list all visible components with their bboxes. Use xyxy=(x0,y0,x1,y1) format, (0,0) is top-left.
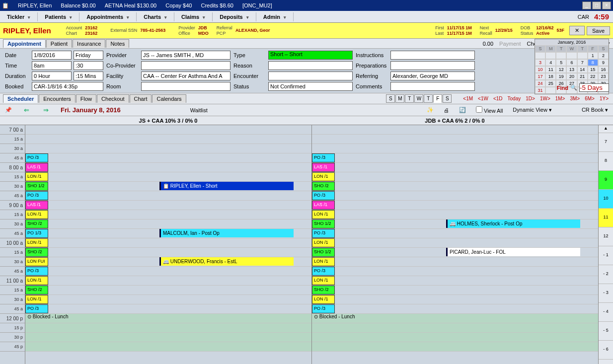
cal-day[interactable]: 23 xyxy=(598,73,609,80)
tab-patient[interactable]: Patient xyxy=(46,39,72,48)
viewall-checkbox[interactable]: View All xyxy=(476,106,503,114)
provider-column-1[interactable]: PO /3LAS /1LON /1SHO 1/2📋 RIPLEY, Ellen … xyxy=(25,125,311,364)
waitlist-link[interactable]: Waitlist xyxy=(190,107,208,113)
dow-1[interactable]: M xyxy=(395,94,404,103)
scale-hour[interactable]: - 7 xyxy=(599,360,613,364)
cal-day[interactable]: 7 xyxy=(577,59,588,66)
cal-day[interactable] xyxy=(577,52,588,59)
dow-4[interactable]: T xyxy=(424,94,433,103)
nav-<1W[interactable]: <1W xyxy=(476,96,490,101)
slot-type[interactable]: PO /3 xyxy=(312,153,335,162)
cal-day[interactable]: 6 xyxy=(566,59,577,66)
schedtab-encounters[interactable]: Encounters xyxy=(39,94,76,103)
scale-hour[interactable]: - 3 xyxy=(599,284,613,303)
crbook-dropdown[interactable]: CR Book ▾ xyxy=(582,107,608,113)
cal-day[interactable]: 20 xyxy=(566,73,577,80)
slot-type[interactable]: SHO /2 xyxy=(312,182,335,191)
scale-hour[interactable]: 11 xyxy=(599,209,613,227)
scale-hour[interactable]: - 4 xyxy=(599,303,613,322)
slot-type[interactable]: SHO /2 xyxy=(312,286,335,294)
encounter-input[interactable] xyxy=(268,72,353,80)
room-input[interactable] xyxy=(141,82,230,91)
cal-day[interactable]: 22 xyxy=(588,73,598,80)
scale-hour[interactable]: 12 xyxy=(599,227,613,246)
cal-day[interactable] xyxy=(566,52,577,59)
nav-<1M[interactable]: <1M xyxy=(461,96,474,101)
search-icon[interactable]: 🔍 xyxy=(570,84,577,91)
refresh-icon[interactable]: 🔄 xyxy=(459,107,466,113)
cal-day[interactable] xyxy=(545,52,556,59)
save-button[interactable]: Save xyxy=(587,26,610,35)
cal-day[interactable]: 17 xyxy=(535,73,545,80)
appt-status-input[interactable] xyxy=(268,82,353,91)
schedtab-calendars[interactable]: Calendars xyxy=(152,94,186,103)
slot-type[interactable]: SHO /2 xyxy=(25,248,48,257)
maximize-button[interactable]: □ xyxy=(592,1,601,9)
slot-type[interactable]: LAS /1 xyxy=(312,163,335,172)
right-hour-scale[interactable]: ▲789101112- 1- 2- 3- 4- 5- 6- 7▼5 xyxy=(598,125,613,364)
payment-link[interactable]: Payment xyxy=(499,41,521,47)
preparations-input[interactable] xyxy=(390,61,475,70)
slot-type[interactable]: PO /3 xyxy=(25,191,48,200)
time-input[interactable] xyxy=(32,61,72,70)
coprovider-input[interactable] xyxy=(141,61,230,70)
cal-day[interactable]: 4 xyxy=(545,59,556,66)
schedule-grid[interactable]: 7 00 a15 a30 a45 a8 00 a15 a30 a45 a9 00… xyxy=(0,125,613,364)
slot-type[interactable]: SHO /2 xyxy=(25,219,48,228)
slot-type[interactable]: LAS /1 xyxy=(312,201,335,210)
nav-1D>[interactable]: 1D> xyxy=(524,96,536,101)
instructions-input[interactable] xyxy=(390,51,475,60)
nav-1Y>[interactable]: 1Y> xyxy=(598,96,610,101)
menu-charts[interactable]: Charts ▾ xyxy=(137,12,174,21)
nav-1W>[interactable]: 1W> xyxy=(538,96,552,101)
slot-type[interactable]: PO /3 xyxy=(25,153,48,162)
cal-day[interactable]: 25 xyxy=(545,80,556,87)
cal-day[interactable]: 12 xyxy=(556,66,566,73)
menu-claims[interactable]: Claims ▾ xyxy=(174,12,213,21)
slot-type[interactable]: SHO 1/2 xyxy=(312,248,335,257)
dow-0[interactable]: S xyxy=(386,94,395,103)
slot-type[interactable]: LON /1 xyxy=(312,257,335,266)
slot-type[interactable]: PO /3 xyxy=(312,304,335,313)
cal-day[interactable]: 9 xyxy=(598,59,609,66)
scale-hour[interactable]: 9 xyxy=(599,171,613,190)
appointment-block[interactable]: MALCOLM, Ian - Post Op xyxy=(159,229,294,237)
menu-patients[interactable]: Patients ▾ xyxy=(38,12,79,21)
cal-day[interactable]: 1 xyxy=(588,52,598,59)
cal-day[interactable]: 16 xyxy=(598,66,609,73)
cal-day[interactable]: 8 xyxy=(588,59,598,66)
menu-deposits[interactable]: Deposits ▾ xyxy=(213,12,256,21)
schedtab-checkout[interactable]: Checkout xyxy=(97,94,129,103)
date-input[interactable] xyxy=(32,51,72,60)
slot-type[interactable]: PO /3 xyxy=(312,191,335,200)
appointment-block[interactable]: 🚐 HOLMES, Sherlock - Post Op xyxy=(446,219,580,228)
facility-input[interactable] xyxy=(141,72,230,80)
schedtab-flow[interactable]: Flow xyxy=(76,94,96,103)
appointment-block[interactable]: 📋 RIPLEY, Ellen - Short xyxy=(159,182,294,190)
cal-day[interactable]: 3 xyxy=(535,59,545,66)
slot-type[interactable]: LON /1 xyxy=(25,276,48,285)
dow-6[interactable]: S xyxy=(443,94,452,103)
cal-day[interactable]: 11 xyxy=(545,66,556,73)
cal-day[interactable]: 19 xyxy=(556,73,566,80)
duration-hour-input[interactable] xyxy=(32,72,72,80)
cal-day[interactable]: 2 xyxy=(598,52,609,59)
scale-hour[interactable]: - 5 xyxy=(599,322,613,341)
cal-day[interactable] xyxy=(556,52,566,59)
slot-type[interactable]: LON /1 xyxy=(312,238,335,247)
slot-type[interactable]: LAS /1 xyxy=(25,163,48,172)
slot-type[interactable]: LON /1 xyxy=(312,210,335,219)
scale-hour[interactable]: 7 xyxy=(599,133,613,152)
slot-type[interactable]: SHO /2 xyxy=(25,286,48,294)
cal-day[interactable]: 5 xyxy=(556,59,566,66)
cal-day[interactable]: 24 xyxy=(535,80,545,87)
dow-3[interactable]: W xyxy=(414,94,423,103)
schedtab-chart[interactable]: Chart xyxy=(130,94,152,103)
menu-tickler[interactable]: Tickler ▾ xyxy=(0,12,38,21)
menu-admin[interactable]: Admin ▾ xyxy=(256,12,294,21)
slot-type[interactable]: LON /1 xyxy=(25,172,48,181)
cal-day[interactable]: 18 xyxy=(545,73,556,80)
duration-min-input[interactable] xyxy=(74,72,103,80)
cal-day[interactable] xyxy=(535,52,545,59)
cal-day[interactable]: 15 xyxy=(588,66,598,73)
